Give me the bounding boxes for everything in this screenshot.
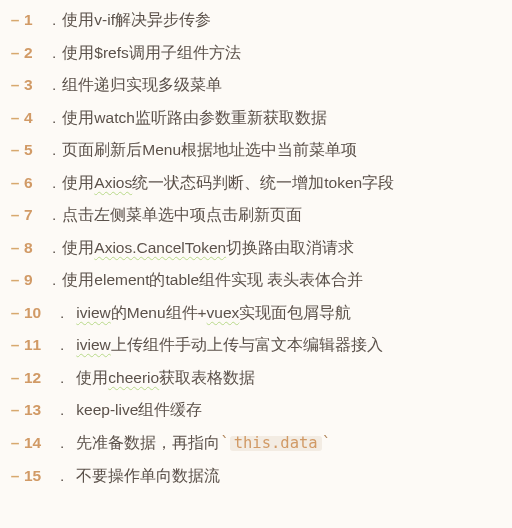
item-number: 4: [24, 110, 52, 126]
bullet-dash-icon: –: [6, 435, 24, 451]
number-dot: .: [60, 305, 64, 321]
item-text: 组件递归实现多级菜单: [62, 77, 222, 93]
inline-code: this.data: [230, 436, 322, 452]
item-number: 12: [24, 370, 60, 386]
list-item: –11.iview上传组件手动上传与富文本编辑器接入: [6, 337, 502, 353]
item-number: 14: [24, 435, 60, 451]
list-item: –1.使用v-if解决异步传参: [6, 12, 502, 28]
number-dot: .: [52, 45, 56, 61]
item-text: 使用Axios统一状态码判断、统一增加token字段: [62, 175, 394, 191]
backtick-icon: `: [220, 436, 229, 452]
list-item: –12.使用cheerio获取表格数据: [6, 370, 502, 386]
bullet-dash-icon: –: [6, 468, 24, 484]
number-dot: .: [60, 337, 64, 353]
list-item: –13.keep-live组件缓存: [6, 402, 502, 418]
bullet-dash-icon: –: [6, 370, 24, 386]
item-number: 8: [24, 240, 52, 256]
bullet-dash-icon: –: [6, 240, 24, 256]
list-item: –9.使用element的table组件实现 表头表体合并: [6, 272, 502, 288]
ordered-list: –1.使用v-if解决异步传参–2.使用$refs调用子组件方法–3.组件递归实…: [0, 0, 512, 513]
bullet-dash-icon: –: [6, 337, 24, 353]
item-number: 7: [24, 207, 52, 223]
number-dot: .: [52, 207, 56, 223]
item-text: 点击左侧菜单选中项点击刷新页面: [62, 207, 302, 223]
item-text: 使用Axios.CancelToken切换路由取消请求: [62, 240, 354, 256]
list-item: –8.使用Axios.CancelToken切换路由取消请求: [6, 240, 502, 256]
number-dot: .: [52, 240, 56, 256]
item-number: 3: [24, 77, 52, 93]
number-dot: .: [60, 435, 64, 451]
bullet-dash-icon: –: [6, 402, 24, 418]
item-number: 15: [24, 468, 60, 484]
bullet-dash-icon: –: [6, 272, 24, 288]
bullet-dash-icon: –: [6, 142, 24, 158]
number-dot: .: [60, 402, 64, 418]
bullet-dash-icon: –: [6, 77, 24, 93]
list-item: –5.页面刷新后Menu根据地址选中当前菜单项: [6, 142, 502, 158]
backtick-icon: `: [322, 436, 331, 452]
item-number: 9: [24, 272, 52, 288]
list-item: –15.不要操作单向数据流: [6, 468, 502, 484]
list-item: –4.使用watch监听路由参数重新获取数据: [6, 110, 502, 126]
list-item: –2.使用$refs调用子组件方法: [6, 45, 502, 61]
item-number: 10: [24, 305, 60, 321]
item-text: 使用$refs调用子组件方法: [62, 45, 240, 61]
item-text: 不要操作单向数据流: [70, 468, 220, 484]
bullet-dash-icon: –: [6, 45, 24, 61]
item-number: 11: [24, 337, 60, 353]
item-text: 使用element的table组件实现 表头表体合并: [62, 272, 363, 288]
item-number: 2: [24, 45, 52, 61]
bullet-dash-icon: –: [6, 110, 24, 126]
item-number: 5: [24, 142, 52, 158]
number-dot: .: [52, 272, 56, 288]
item-number: 13: [24, 402, 60, 418]
bullet-dash-icon: –: [6, 175, 24, 191]
list-item: –7.点击左侧菜单选中项点击刷新页面: [6, 207, 502, 223]
bullet-dash-icon: –: [6, 305, 24, 321]
list-item: –14.先准备数据，再指向`this.data`: [6, 435, 502, 452]
number-dot: .: [52, 175, 56, 191]
item-text: 使用cheerio获取表格数据: [70, 370, 255, 386]
item-text: 使用watch监听路由参数重新获取数据: [62, 110, 327, 126]
item-text: 使用v-if解决异步传参: [62, 12, 211, 28]
item-number: 6: [24, 175, 52, 191]
item-text: 先准备数据，再指向: [70, 435, 220, 451]
item-number: 1: [24, 12, 52, 28]
item-text: iview上传组件手动上传与富文本编辑器接入: [70, 337, 382, 353]
bullet-dash-icon: –: [6, 207, 24, 223]
number-dot: .: [52, 12, 56, 28]
item-text: 页面刷新后Menu根据地址选中当前菜单项: [62, 142, 357, 158]
list-item: –3.组件递归实现多级菜单: [6, 77, 502, 93]
list-item: –10.iview的Menu组件+vuex实现面包屑导航: [6, 305, 502, 321]
number-dot: .: [52, 142, 56, 158]
number-dot: .: [52, 77, 56, 93]
item-text: iview的Menu组件+vuex实现面包屑导航: [70, 305, 351, 321]
number-dot: .: [60, 370, 64, 386]
item-text: keep-live组件缓存: [70, 402, 202, 418]
number-dot: .: [52, 110, 56, 126]
list-item: –6.使用Axios统一状态码判断、统一增加token字段: [6, 175, 502, 191]
bullet-dash-icon: –: [6, 12, 24, 28]
number-dot: .: [60, 468, 64, 484]
